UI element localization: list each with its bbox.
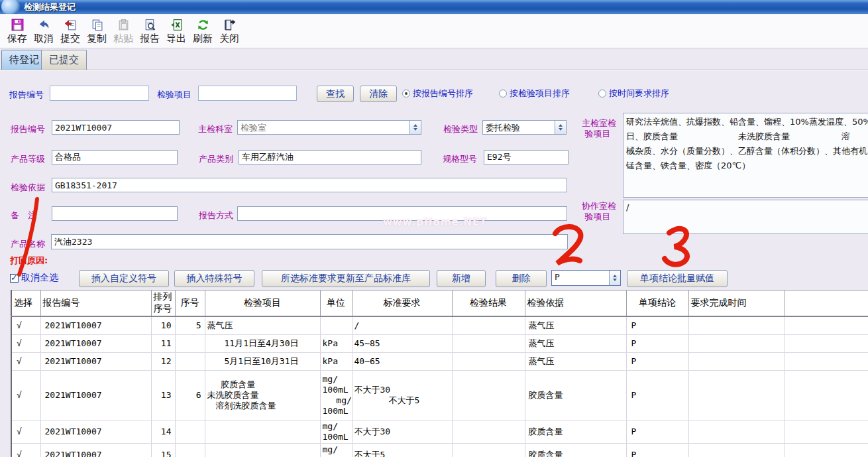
cell-unit[interactable]: mg/ 100mL [320,420,352,443]
cell-result[interactable] [452,334,525,352]
spinner-icon[interactable] [609,271,620,285]
category-input[interactable] [239,150,421,164]
cell-filler[interactable] [785,370,868,420]
col-select[interactable]: 选择 [11,291,40,317]
cell-std[interactable]: / [352,316,452,334]
paste-button[interactable]: 粘贴 [110,17,136,47]
cell-unit[interactable]: kPa [320,334,352,352]
report-no-input[interactable] [52,120,180,135]
cell-due[interactable] [688,334,785,352]
cell-seq[interactable] [175,334,205,352]
cell-basis[interactable]: 蒸气压 [525,352,626,370]
sort-by-item-radio[interactable]: 按检验项目排序 [499,88,570,99]
delete-button[interactable]: 删除 [496,270,547,287]
cell-result[interactable] [452,352,525,370]
cell-item[interactable]: 蒸气压 [205,316,320,334]
cell-item[interactable] [205,420,320,443]
cell-due[interactable] [688,316,785,334]
spinner-icon[interactable] [555,121,566,134]
search-report-no-input[interactable] [50,86,149,101]
cell-result[interactable] [452,420,525,443]
tab-pending[interactable]: 待登记 [1,50,47,70]
coop-items-textarea[interactable]: / [623,200,868,234]
insert-custom-symbol-button[interactable]: 插入自定义符号 [79,270,169,287]
export-button[interactable]: 导出 [163,17,190,47]
cell-seq[interactable]: 5 [175,316,205,334]
cell-result[interactable] [452,443,525,457]
main-items-textarea[interactable]: 研究法辛烷值、抗爆指数、铅含量、馏程、10%蒸发温度、50%蒸发 日、胶质含量 … [623,113,868,198]
cell-unit[interactable] [320,316,352,334]
cell-filler[interactable] [785,420,868,443]
cell-item[interactable]: 5月1日至10月31日 [205,352,320,370]
cell-seq[interactable] [175,352,205,370]
cell-conclusion[interactable]: P [626,352,688,370]
cell-report_no[interactable]: 2021WT10007 [40,316,151,334]
cell-order[interactable]: 11 [151,334,175,352]
test-type-select[interactable]: 委托检验 [482,120,567,135]
col-report-no[interactable]: 报告编号 [40,291,151,317]
col-order[interactable]: 排列 序号 [151,291,175,317]
cell-result[interactable] [452,316,525,334]
cell-report_no[interactable]: 2021WT10007 [40,420,151,443]
col-result[interactable]: 检验结果 [452,291,525,317]
spec-input[interactable] [484,150,569,164]
remark-input[interactable] [52,206,178,221]
cell-unit[interactable]: mg/ 100mL mg/ 100mL [320,370,352,420]
copy-button[interactable]: 复制 [83,17,110,47]
find-button[interactable]: 查找 [317,86,354,102]
save-button[interactable]: 保存 [4,17,30,47]
cell-seq[interactable]: 6 [175,370,205,420]
cell-conclusion[interactable]: P [626,316,688,334]
cell-basis[interactable]: 胶质含量 [525,370,626,420]
cell-std[interactable]: 40~65 [352,352,452,370]
insert-special-symbol-button[interactable]: 插入特殊符号 [174,270,254,287]
cell-due[interactable] [688,352,785,370]
cell-basis[interactable]: 胶质含量 [525,443,626,457]
submit-button[interactable]: 提交 [57,17,83,47]
cell-report_no[interactable]: 2021WT10007 [40,334,151,352]
cell-check[interactable]: √ [11,420,40,443]
cell-conclusion[interactable]: P [626,370,688,420]
sort-by-time-radio[interactable]: 按时间要求排序 [598,88,669,99]
cell-filler[interactable] [785,443,868,457]
cell-check[interactable]: √ [11,352,40,370]
clear-button[interactable]: 清除 [360,86,397,102]
cell-due[interactable] [688,370,785,420]
close-button[interactable]: 关闭 [216,17,243,47]
title-bar[interactable]: 检测结果登记 [0,0,868,14]
cell-conclusion[interactable]: P [626,443,688,457]
cell-conclusion[interactable]: P [626,420,688,443]
cell-basis[interactable]: 蒸气压 [525,334,626,352]
cell-unit[interactable]: mg/ 100mL [320,443,352,457]
col-due[interactable]: 要求完成时间 [688,291,785,317]
cell-order[interactable]: 15 [151,443,175,457]
col-conclusion[interactable]: 单项结论 [626,291,688,317]
cell-filler[interactable] [785,316,868,334]
cell-item[interactable] [205,443,320,457]
cell-report_no[interactable]: 2021WT10007 [40,352,151,370]
cell-std[interactable]: 不大于30 [352,420,452,443]
cell-item[interactable]: 胶质含量 未洗胶质含量 溶剂洗胶质含量 [205,370,320,420]
add-button[interactable]: 新增 [437,270,486,287]
cancel-button[interactable]: 取消 [30,17,57,47]
cell-filler[interactable] [785,352,868,370]
grade-input[interactable] [52,150,178,164]
cell-order[interactable]: 14 [151,420,175,443]
cell-seq[interactable] [175,443,205,457]
col-basis[interactable]: 检验依据 [525,291,626,317]
update-standard-button[interactable]: 所选标准要求更新至产品标准库 [262,270,430,287]
cell-check[interactable]: √ [11,370,40,420]
sort-by-report-no-radio[interactable]: 按报告编号排序 [402,88,473,99]
basis-input[interactable] [52,178,567,192]
main-dept-select[interactable]: 检验室 [237,120,421,135]
col-item[interactable]: 检验项目 [205,291,320,317]
cell-order[interactable]: 13 [151,370,175,420]
product-name-input[interactable] [51,234,568,249]
cell-basis[interactable]: 蒸气压 [525,316,626,334]
cell-item[interactable]: 11月1日至4月30日 [205,334,320,352]
col-unit[interactable]: 单位 [320,291,352,317]
col-seq[interactable]: 序号 [175,291,205,317]
cell-due[interactable] [688,443,785,457]
batch-assign-conclusion-button[interactable]: 单项结论批量赋值 [627,270,728,287]
tab-submitted[interactable]: 已提交 [41,50,87,70]
